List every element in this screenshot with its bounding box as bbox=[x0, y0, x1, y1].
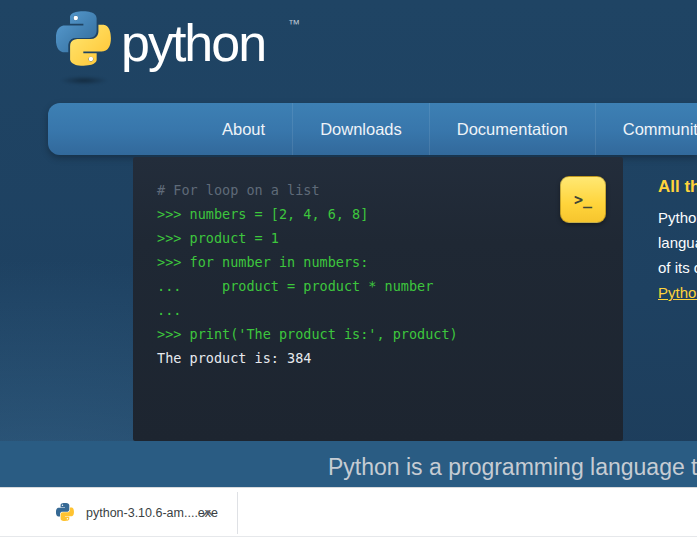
console-code-line: # For loop on a list bbox=[157, 178, 603, 202]
console-code-line: >>> print('The product is:', product) bbox=[157, 322, 603, 346]
intro-text: Python is a programming language that le… bbox=[328, 454, 697, 481]
console-code-line: The product is: 384 bbox=[157, 346, 603, 370]
promo-paragraph: Python knows the usual control flow stat… bbox=[658, 205, 697, 280]
console-code-line: ... bbox=[157, 298, 603, 322]
python-logo-icon[interactable] bbox=[56, 11, 111, 66]
interactive-console: # For loop on a list>>> numbers = [2, 4,… bbox=[133, 157, 623, 441]
shelf-separator bbox=[237, 492, 238, 534]
promo-link[interactable]: Python 3 bbox=[658, 280, 697, 305]
console-code-lines: # For loop on a list>>> numbers = [2, 4,… bbox=[157, 178, 603, 370]
terminal-prompt-icon: >_ bbox=[574, 191, 592, 209]
nav-item[interactable]: Community bbox=[595, 103, 697, 155]
shelf-bottom-line bbox=[0, 536, 697, 537]
logo-shadow bbox=[60, 76, 108, 85]
console-code-line: >>> numbers = [2, 4, 6, 8] bbox=[157, 202, 603, 226]
nav-item[interactable]: Documentation bbox=[429, 103, 595, 155]
promo-line: of its own twists, of course. More contr… bbox=[658, 255, 697, 280]
main-navigation: AboutDownloadsDocumentationCommunity bbox=[48, 103, 697, 155]
trademark-symbol: ™ bbox=[288, 17, 300, 31]
download-shelf: python-3.10.6-am....exe bbox=[0, 487, 697, 542]
site-header: python ™ bbox=[0, 0, 697, 103]
python-org-page: { "colors": { "python_blue": "#3876ab", … bbox=[0, 0, 697, 542]
chevron-up-icon[interactable] bbox=[199, 504, 217, 522]
console-code-line: >>> for number in numbers: bbox=[157, 250, 603, 274]
promo-line: languages speak — if, for, while and ran… bbox=[658, 230, 697, 255]
promo-column: All the Flow You'd Expect Python knows t… bbox=[658, 177, 697, 305]
nav-item[interactable]: Downloads bbox=[292, 103, 429, 155]
launch-shell-button[interactable]: >_ bbox=[560, 176, 606, 223]
intro-band: Python is a programming language that le… bbox=[0, 441, 697, 487]
promo-heading: All the Flow You'd Expect bbox=[658, 177, 697, 197]
console-code-line: ... product = product * number bbox=[157, 274, 603, 298]
nav-item[interactable]: About bbox=[194, 103, 292, 155]
console-code-line: >>> product = 1 bbox=[157, 226, 603, 250]
promo-line: Python knows the usual control flow stat… bbox=[658, 205, 697, 230]
python-wordmark[interactable]: python bbox=[121, 13, 265, 73]
installer-file-icon bbox=[56, 503, 74, 521]
